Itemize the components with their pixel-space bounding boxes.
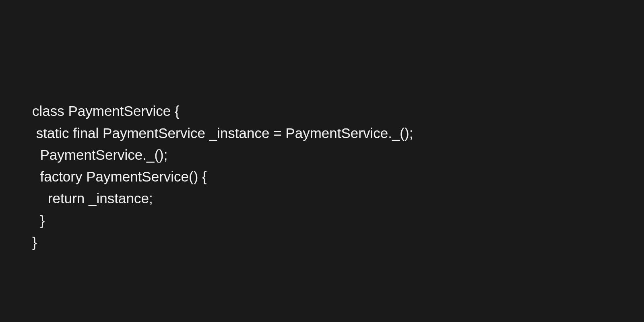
code-line: factory PaymentService() { <box>32 169 207 184</box>
code-line: } <box>32 213 45 228</box>
code-line: } <box>32 234 37 250</box>
code-block: class PaymentService { static final Paym… <box>0 0 644 253</box>
code-line: class PaymentService { <box>32 103 180 119</box>
code-line: return _instance; <box>32 190 153 206</box>
code-line: static final PaymentService _instance = … <box>32 125 413 141</box>
code-line: PaymentService._(); <box>32 147 168 163</box>
